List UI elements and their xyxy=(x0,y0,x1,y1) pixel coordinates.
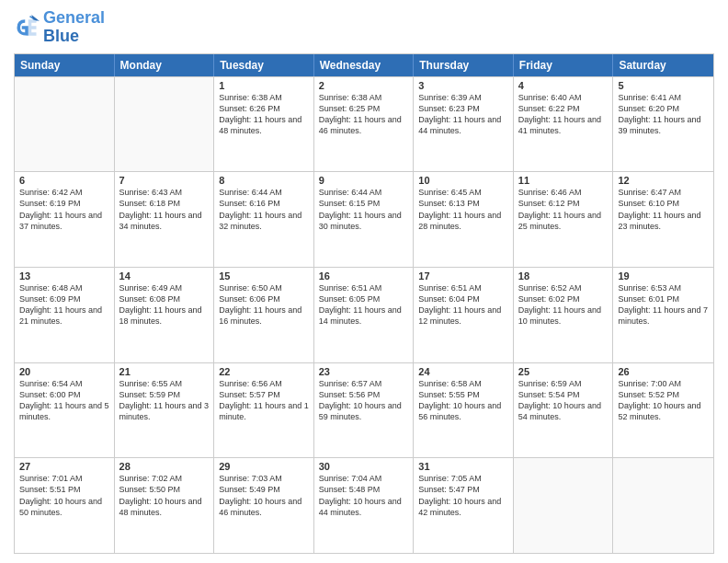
calendar-cell-17: 17Sunrise: 6:51 AMSunset: 6:04 PMDayligh… xyxy=(414,268,514,362)
calendar-cell-5: 5Sunrise: 6:41 AMSunset: 6:20 PMDaylight… xyxy=(613,77,713,172)
calendar-cell-10: 10Sunrise: 6:45 AMSunset: 6:13 PMDayligh… xyxy=(414,172,514,267)
calendar-cell-15: 15Sunrise: 6:50 AMSunset: 6:06 PMDayligh… xyxy=(214,268,314,362)
weekday-header-tuesday: Tuesday xyxy=(214,54,314,76)
calendar-cell-14: 14Sunrise: 6:49 AMSunset: 6:08 PMDayligh… xyxy=(115,268,215,362)
day-number: 23 xyxy=(319,366,409,377)
calendar-cell-empty xyxy=(115,77,215,172)
cell-info: Sunrise: 6:53 AMSunset: 6:01 PMDaylight:… xyxy=(618,282,709,327)
day-number: 29 xyxy=(219,461,309,472)
day-number: 18 xyxy=(518,270,609,282)
weekday-header-wednesday: Wednesday xyxy=(314,54,415,76)
cell-info: Sunrise: 6:45 AMSunset: 6:13 PMDaylight:… xyxy=(418,187,508,232)
day-number: 5 xyxy=(618,80,709,91)
cell-info: Sunrise: 6:59 AMSunset: 5:54 PMDaylight:… xyxy=(518,378,609,423)
day-number: 4 xyxy=(518,80,609,91)
cell-info: Sunrise: 7:05 AMSunset: 5:47 PMDaylight:… xyxy=(418,473,508,518)
calendar-cell-12: 12Sunrise: 6:47 AMSunset: 6:10 PMDayligh… xyxy=(613,172,713,267)
calendar-cell-21: 21Sunrise: 6:55 AMSunset: 5:59 PMDayligh… xyxy=(115,363,215,458)
calendar-cell-26: 26Sunrise: 7:00 AMSunset: 5:52 PMDayligh… xyxy=(613,363,713,458)
day-number: 11 xyxy=(518,175,609,186)
calendar-cell-empty xyxy=(514,458,614,553)
calendar-cell-6: 6Sunrise: 6:42 AMSunset: 6:19 PMDaylight… xyxy=(15,172,115,267)
calendar-header: SundayMondayTuesdayWednesdayThursdayFrid… xyxy=(15,54,713,76)
weekday-header-saturday: Saturday xyxy=(613,54,713,76)
cell-info: Sunrise: 6:49 AMSunset: 6:08 PMDaylight:… xyxy=(119,282,210,327)
day-number: 15 xyxy=(219,270,309,282)
calendar-cell-8: 8Sunrise: 6:44 AMSunset: 6:16 PMDaylight… xyxy=(214,172,314,267)
calendar-row-5: 27Sunrise: 7:01 AMSunset: 5:51 PMDayligh… xyxy=(15,457,713,553)
calendar-row-3: 13Sunrise: 6:48 AMSunset: 6:09 PMDayligh… xyxy=(15,267,713,362)
cell-info: Sunrise: 6:47 AMSunset: 6:10 PMDaylight:… xyxy=(618,187,709,232)
calendar-cell-2: 2Sunrise: 6:38 AMSunset: 6:25 PMDaylight… xyxy=(314,77,415,172)
calendar-cell-empty xyxy=(15,77,115,172)
day-number: 27 xyxy=(19,461,109,472)
day-number: 10 xyxy=(418,175,508,186)
day-number: 2 xyxy=(319,80,409,91)
cell-info: Sunrise: 6:56 AMSunset: 5:57 PMDaylight:… xyxy=(219,378,309,423)
day-number: 16 xyxy=(319,270,409,282)
cell-info: Sunrise: 6:43 AMSunset: 6:18 PMDaylight:… xyxy=(119,187,210,232)
logo-text: General Blue xyxy=(43,9,105,46)
calendar-cell-24: 24Sunrise: 6:58 AMSunset: 5:55 PMDayligh… xyxy=(414,363,514,458)
day-number: 12 xyxy=(618,175,709,186)
day-number: 3 xyxy=(418,80,508,91)
calendar-cell-16: 16Sunrise: 6:51 AMSunset: 6:05 PMDayligh… xyxy=(314,268,415,362)
calendar-cell-25: 25Sunrise: 6:59 AMSunset: 5:54 PMDayligh… xyxy=(514,363,614,458)
calendar-cell-empty xyxy=(613,458,713,553)
cell-info: Sunrise: 6:48 AMSunset: 6:09 PMDaylight:… xyxy=(19,282,109,327)
day-number: 19 xyxy=(618,270,709,282)
day-number: 25 xyxy=(518,366,609,377)
weekday-header-friday: Friday xyxy=(514,54,614,76)
cell-info: Sunrise: 7:04 AMSunset: 5:48 PMDaylight:… xyxy=(319,473,409,518)
day-number: 7 xyxy=(119,175,210,186)
cell-info: Sunrise: 6:38 AMSunset: 6:25 PMDaylight:… xyxy=(319,92,409,137)
calendar-body: 1Sunrise: 6:38 AMSunset: 6:26 PMDaylight… xyxy=(15,76,713,553)
calendar-cell-19: 19Sunrise: 6:53 AMSunset: 6:01 PMDayligh… xyxy=(613,268,713,362)
day-number: 30 xyxy=(319,461,409,472)
calendar-cell-9: 9Sunrise: 6:44 AMSunset: 6:15 PMDaylight… xyxy=(314,172,415,267)
cell-info: Sunrise: 6:55 AMSunset: 5:59 PMDaylight:… xyxy=(119,378,210,423)
calendar-cell-31: 31Sunrise: 7:05 AMSunset: 5:47 PMDayligh… xyxy=(414,458,514,553)
cell-info: Sunrise: 7:00 AMSunset: 5:52 PMDaylight:… xyxy=(618,378,709,423)
day-number: 1 xyxy=(219,80,309,91)
cell-info: Sunrise: 7:01 AMSunset: 5:51 PMDaylight:… xyxy=(19,473,109,518)
calendar-row-4: 20Sunrise: 6:54 AMSunset: 6:00 PMDayligh… xyxy=(15,362,713,458)
calendar: SundayMondayTuesdayWednesdayThursdayFrid… xyxy=(14,53,714,554)
weekday-header-thursday: Thursday xyxy=(414,54,514,76)
day-number: 22 xyxy=(219,366,309,377)
calendar-cell-3: 3Sunrise: 6:39 AMSunset: 6:23 PMDaylight… xyxy=(414,77,514,172)
calendar-row-2: 6Sunrise: 6:42 AMSunset: 6:19 PMDaylight… xyxy=(15,171,713,267)
cell-info: Sunrise: 6:38 AMSunset: 6:26 PMDaylight:… xyxy=(219,92,309,137)
cell-info: Sunrise: 6:52 AMSunset: 6:02 PMDaylight:… xyxy=(518,282,609,327)
logo: General Blue xyxy=(14,9,105,46)
header: General Blue xyxy=(14,9,714,46)
calendar-cell-20: 20Sunrise: 6:54 AMSunset: 6:00 PMDayligh… xyxy=(15,363,115,458)
day-number: 14 xyxy=(119,270,210,282)
day-number: 31 xyxy=(418,461,508,472)
day-number: 26 xyxy=(618,366,709,377)
cell-info: Sunrise: 6:41 AMSunset: 6:20 PMDaylight:… xyxy=(618,92,709,137)
calendar-cell-22: 22Sunrise: 6:56 AMSunset: 5:57 PMDayligh… xyxy=(214,363,314,458)
day-number: 9 xyxy=(319,175,409,186)
calendar-row-1: 1Sunrise: 6:38 AMSunset: 6:26 PMDaylight… xyxy=(15,76,713,172)
calendar-cell-28: 28Sunrise: 7:02 AMSunset: 5:50 PMDayligh… xyxy=(115,458,215,553)
cell-info: Sunrise: 6:57 AMSunset: 5:56 PMDaylight:… xyxy=(319,378,409,423)
day-number: 24 xyxy=(418,366,508,377)
day-number: 13 xyxy=(19,270,109,282)
weekday-header-monday: Monday xyxy=(115,54,215,76)
calendar-cell-4: 4Sunrise: 6:40 AMSunset: 6:22 PMDaylight… xyxy=(514,77,614,172)
cell-info: Sunrise: 6:40 AMSunset: 6:22 PMDaylight:… xyxy=(518,92,609,137)
calendar-cell-11: 11Sunrise: 6:46 AMSunset: 6:12 PMDayligh… xyxy=(514,172,614,267)
calendar-cell-13: 13Sunrise: 6:48 AMSunset: 6:09 PMDayligh… xyxy=(15,268,115,362)
cell-info: Sunrise: 7:03 AMSunset: 5:49 PMDaylight:… xyxy=(219,473,309,518)
page: General Blue SundayMondayTuesdayWednesda… xyxy=(0,0,728,563)
calendar-cell-1: 1Sunrise: 6:38 AMSunset: 6:26 PMDaylight… xyxy=(214,77,314,172)
day-number: 6 xyxy=(19,175,109,186)
cell-info: Sunrise: 6:51 AMSunset: 6:05 PMDaylight:… xyxy=(319,282,409,327)
logo-icon xyxy=(14,15,40,40)
cell-info: Sunrise: 6:42 AMSunset: 6:19 PMDaylight:… xyxy=(19,187,109,232)
calendar-cell-23: 23Sunrise: 6:57 AMSunset: 5:56 PMDayligh… xyxy=(314,363,415,458)
calendar-cell-18: 18Sunrise: 6:52 AMSunset: 6:02 PMDayligh… xyxy=(514,268,614,362)
day-number: 21 xyxy=(119,366,210,377)
cell-info: Sunrise: 6:46 AMSunset: 6:12 PMDaylight:… xyxy=(518,187,609,232)
